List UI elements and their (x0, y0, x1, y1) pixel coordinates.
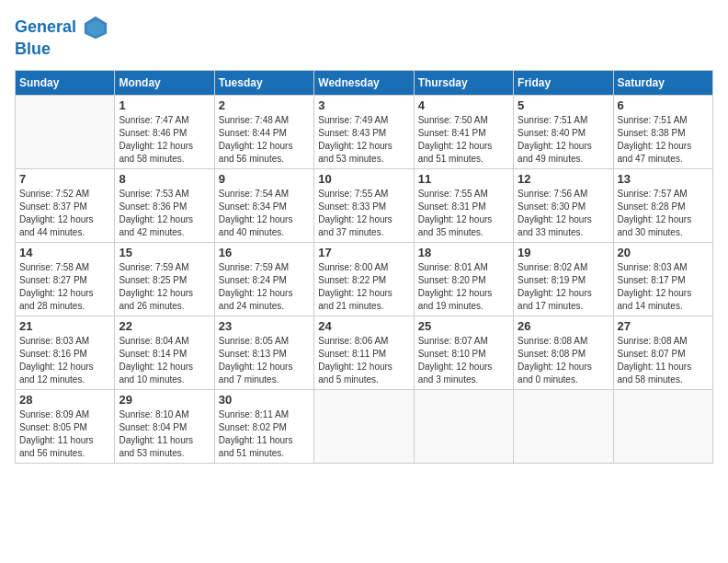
calendar-cell: 10Sunrise: 7:55 AM Sunset: 8:33 PM Dayli… (314, 168, 414, 242)
weekday-header-sunday: Sunday (16, 70, 115, 95)
calendar-week-1: 1Sunrise: 7:47 AM Sunset: 8:46 PM Daylig… (16, 95, 713, 168)
logo: General Blue (15, 15, 108, 59)
calendar-cell: 20Sunrise: 8:03 AM Sunset: 8:17 PM Dayli… (613, 242, 712, 316)
day-info: Sunrise: 7:55 AM Sunset: 8:33 PM Dayligh… (318, 188, 409, 239)
calendar-cell: 27Sunrise: 8:08 AM Sunset: 8:07 PM Dayli… (613, 316, 712, 389)
weekday-header-friday: Friday (514, 70, 613, 95)
day-number: 8 (119, 172, 210, 186)
day-number: 13 (618, 172, 709, 186)
day-info: Sunrise: 7:52 AM Sunset: 8:37 PM Dayligh… (19, 188, 110, 239)
calendar-cell: 6Sunrise: 7:51 AM Sunset: 8:38 PM Daylig… (613, 95, 712, 168)
day-number: 18 (418, 246, 509, 259)
calendar-cell (613, 389, 712, 463)
calendar-cell: 24Sunrise: 8:06 AM Sunset: 8:11 PM Dayli… (314, 316, 414, 389)
day-info: Sunrise: 7:51 AM Sunset: 8:40 PM Dayligh… (518, 114, 609, 166)
day-number: 21 (19, 319, 110, 333)
calendar-week-5: 28Sunrise: 8:09 AM Sunset: 8:05 PM Dayli… (16, 389, 713, 463)
day-info: Sunrise: 7:54 AM Sunset: 8:34 PM Dayligh… (219, 188, 310, 239)
logo-text: General (15, 15, 108, 40)
calendar-week-2: 7Sunrise: 7:52 AM Sunset: 8:37 PM Daylig… (16, 168, 713, 242)
day-info: Sunrise: 7:59 AM Sunset: 8:24 PM Dayligh… (219, 261, 310, 313)
day-info: Sunrise: 8:05 AM Sunset: 8:13 PM Dayligh… (219, 335, 310, 386)
page-header: General Blue (15, 15, 713, 59)
day-info: Sunrise: 8:08 AM Sunset: 8:08 PM Dayligh… (518, 335, 609, 386)
day-number: 23 (219, 319, 310, 333)
day-info: Sunrise: 7:50 AM Sunset: 8:41 PM Dayligh… (418, 114, 509, 166)
day-info: Sunrise: 8:02 AM Sunset: 8:19 PM Dayligh… (518, 261, 609, 313)
calendar-cell: 13Sunrise: 7:57 AM Sunset: 8:28 PM Dayli… (613, 168, 712, 242)
day-number: 3 (318, 98, 409, 112)
day-number: 11 (418, 172, 509, 186)
logo-text2: Blue (15, 40, 108, 59)
day-info: Sunrise: 8:04 AM Sunset: 8:14 PM Dayligh… (119, 335, 210, 386)
day-info: Sunrise: 7:57 AM Sunset: 8:28 PM Dayligh… (618, 188, 709, 239)
day-number: 12 (518, 172, 609, 186)
day-info: Sunrise: 8:07 AM Sunset: 8:10 PM Dayligh… (418, 335, 509, 386)
day-number: 9 (219, 172, 310, 186)
calendar-cell: 23Sunrise: 8:05 AM Sunset: 8:13 PM Dayli… (214, 316, 313, 389)
calendar-cell: 11Sunrise: 7:55 AM Sunset: 8:31 PM Dayli… (414, 168, 513, 242)
day-number: 1 (119, 98, 210, 112)
day-number: 27 (618, 319, 709, 333)
calendar-cell: 4Sunrise: 7:50 AM Sunset: 8:41 PM Daylig… (414, 95, 513, 168)
day-number: 2 (219, 98, 310, 112)
weekday-header-saturday: Saturday (613, 70, 712, 95)
day-info: Sunrise: 7:48 AM Sunset: 8:44 PM Dayligh… (219, 114, 310, 166)
calendar-cell: 25Sunrise: 8:07 AM Sunset: 8:10 PM Dayli… (414, 316, 513, 389)
calendar-cell: 8Sunrise: 7:53 AM Sunset: 8:36 PM Daylig… (115, 168, 214, 242)
day-number: 7 (19, 172, 110, 186)
day-info: Sunrise: 8:03 AM Sunset: 8:16 PM Dayligh… (19, 335, 110, 386)
day-info: Sunrise: 7:47 AM Sunset: 8:46 PM Dayligh… (119, 114, 210, 166)
calendar-cell: 29Sunrise: 8:10 AM Sunset: 8:04 PM Dayli… (115, 389, 214, 463)
day-number: 17 (318, 246, 409, 259)
calendar-week-4: 21Sunrise: 8:03 AM Sunset: 8:16 PM Dayli… (16, 316, 713, 389)
day-info: Sunrise: 8:08 AM Sunset: 8:07 PM Dayligh… (618, 335, 709, 386)
day-number: 25 (418, 319, 509, 333)
day-info: Sunrise: 8:11 AM Sunset: 8:02 PM Dayligh… (219, 408, 310, 460)
day-number: 24 (318, 319, 409, 333)
calendar-cell: 30Sunrise: 8:11 AM Sunset: 8:02 PM Dayli… (214, 389, 313, 463)
calendar-week-3: 14Sunrise: 7:58 AM Sunset: 8:27 PM Dayli… (16, 242, 713, 316)
calendar-cell: 14Sunrise: 7:58 AM Sunset: 8:27 PM Dayli… (16, 242, 115, 316)
day-info: Sunrise: 7:56 AM Sunset: 8:30 PM Dayligh… (518, 188, 609, 239)
calendar-cell: 12Sunrise: 7:56 AM Sunset: 8:30 PM Dayli… (514, 168, 613, 242)
day-number: 29 (119, 393, 210, 407)
calendar-cell: 16Sunrise: 7:59 AM Sunset: 8:24 PM Dayli… (214, 242, 313, 316)
calendar-table: SundayMondayTuesdayWednesdayThursdayFrid… (15, 70, 713, 464)
calendar-cell: 2Sunrise: 7:48 AM Sunset: 8:44 PM Daylig… (214, 95, 313, 168)
calendar-cell: 19Sunrise: 8:02 AM Sunset: 8:19 PM Dayli… (514, 242, 613, 316)
calendar-cell (314, 389, 414, 463)
day-info: Sunrise: 7:55 AM Sunset: 8:31 PM Dayligh… (418, 188, 509, 239)
day-info: Sunrise: 7:51 AM Sunset: 8:38 PM Dayligh… (618, 114, 709, 166)
calendar-cell: 5Sunrise: 7:51 AM Sunset: 8:40 PM Daylig… (514, 95, 613, 168)
calendar-cell: 7Sunrise: 7:52 AM Sunset: 8:37 PM Daylig… (16, 168, 115, 242)
day-info: Sunrise: 7:59 AM Sunset: 8:25 PM Dayligh… (119, 261, 210, 313)
calendar-cell: 1Sunrise: 7:47 AM Sunset: 8:46 PM Daylig… (115, 95, 214, 168)
day-info: Sunrise: 8:10 AM Sunset: 8:04 PM Dayligh… (119, 408, 210, 460)
day-number: 5 (518, 98, 609, 112)
day-info: Sunrise: 8:06 AM Sunset: 8:11 PM Dayligh… (318, 335, 409, 386)
day-number: 16 (219, 246, 310, 259)
day-number: 20 (618, 246, 709, 259)
day-number: 10 (318, 172, 409, 186)
day-info: Sunrise: 7:53 AM Sunset: 8:36 PM Dayligh… (119, 188, 210, 239)
day-info: Sunrise: 8:01 AM Sunset: 8:20 PM Dayligh… (418, 261, 509, 313)
day-number: 14 (19, 246, 110, 259)
calendar-cell: 26Sunrise: 8:08 AM Sunset: 8:08 PM Dayli… (514, 316, 613, 389)
calendar-cell: 15Sunrise: 7:59 AM Sunset: 8:25 PM Dayli… (115, 242, 214, 316)
calendar-cell (514, 389, 613, 463)
weekday-header-tuesday: Tuesday (214, 70, 313, 95)
day-number: 30 (219, 393, 310, 407)
calendar-cell (414, 389, 513, 463)
day-info: Sunrise: 8:03 AM Sunset: 8:17 PM Dayligh… (618, 261, 709, 313)
day-number: 6 (618, 98, 709, 112)
day-number: 28 (19, 393, 110, 407)
weekday-header-thursday: Thursday (414, 70, 513, 95)
calendar-cell: 18Sunrise: 8:01 AM Sunset: 8:20 PM Dayli… (414, 242, 513, 316)
weekday-header-wednesday: Wednesday (314, 70, 414, 95)
calendar-cell: 21Sunrise: 8:03 AM Sunset: 8:16 PM Dayli… (16, 316, 115, 389)
day-info: Sunrise: 8:09 AM Sunset: 8:05 PM Dayligh… (19, 408, 110, 460)
calendar-cell: 17Sunrise: 8:00 AM Sunset: 8:22 PM Dayli… (314, 242, 414, 316)
calendar-cell (16, 95, 115, 168)
day-info: Sunrise: 7:49 AM Sunset: 8:43 PM Dayligh… (318, 114, 409, 166)
